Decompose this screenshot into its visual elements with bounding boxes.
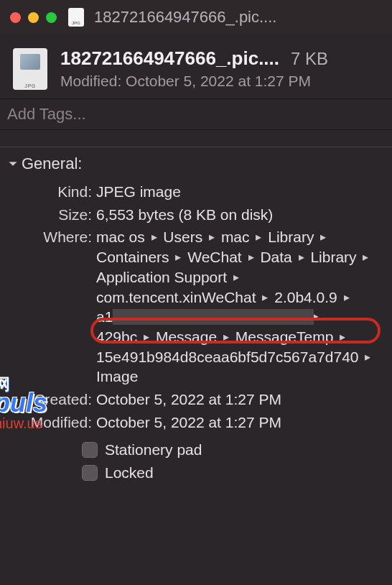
window-title: 182721664947666_.pic....	[94, 8, 276, 27]
size-row: Size: 6,553 bytes (8 KB on disk)	[7, 205, 385, 225]
stationery-label: Stationery pad	[105, 441, 202, 459]
locked-row: Locked	[82, 464, 385, 482]
file-icon-label: JPG	[24, 83, 36, 88]
stationery-row: Stationery pad	[82, 441, 385, 459]
created-row: Created: October 5, 2022 at 1:27 PM	[7, 390, 385, 410]
where-row: Where: mac os ▸ Users ▸ mac ▸ Library ▸ …	[7, 227, 385, 387]
created-label: Created:	[7, 390, 96, 410]
minimize-button[interactable]	[28, 12, 39, 23]
where-value: mac os ▸ Users ▸ mac ▸ Library ▸ Contain…	[96, 227, 385, 387]
created-value: October 5, 2022 at 1:27 PM	[96, 390, 385, 410]
file-thumbnail-icon: JPG	[13, 48, 47, 90]
modified-row: Modified: October 5, 2022 at 1:27 PM	[7, 413, 385, 433]
size-value: 6,553 bytes (8 KB on disk)	[96, 205, 385, 225]
locked-label: Locked	[105, 464, 154, 482]
modified-value: October 5, 2022 at 1:27 PM	[96, 413, 385, 433]
zoom-button[interactable]	[46, 12, 57, 23]
general-section: General: Kind: JPEG image Size: 6,553 by…	[0, 155, 392, 482]
divider	[0, 130, 392, 147]
file-size: 7 KB	[291, 49, 328, 69]
general-title: General:	[22, 155, 82, 173]
file-name: 182721664947666_.pic....	[60, 47, 279, 70]
size-label: Size:	[7, 205, 96, 225]
modified-label: Modified:	[7, 413, 96, 433]
chevron-down-icon	[7, 158, 19, 170]
stationery-checkbox[interactable]	[82, 442, 98, 458]
window-titlebar: 182721664947666_.pic....	[0, 0, 392, 34]
where-label: Where:	[7, 227, 96, 247]
locked-checkbox[interactable]	[82, 465, 98, 481]
kind-row: Kind: JPEG image	[7, 182, 385, 202]
general-disclosure[interactable]: General:	[7, 155, 385, 173]
titlebar-file-icon	[68, 8, 84, 27]
file-modified-header: Modified: October 5, 2022 at 1:27 PM	[60, 73, 379, 90]
close-button[interactable]	[10, 12, 21, 23]
file-header: JPG 182721664947666_.pic.... 7 KB Modifi…	[0, 34, 392, 98]
kind-value: JPEG image	[96, 182, 385, 202]
traffic-lights	[10, 12, 57, 23]
checkbox-group: Stationery pad Locked	[7, 441, 385, 482]
kind-label: Kind:	[7, 182, 96, 202]
tags-placeholder: Add Tags...	[7, 105, 86, 123]
tags-input[interactable]: Add Tags...	[0, 98, 392, 130]
